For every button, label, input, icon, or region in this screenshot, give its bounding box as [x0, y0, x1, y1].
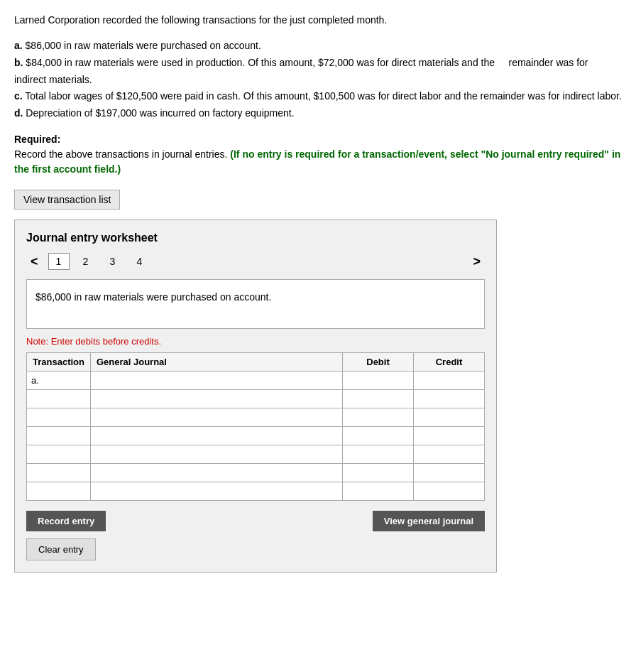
row-1-debit[interactable]: [343, 371, 414, 389]
row-6-credit-input[interactable]: [418, 467, 480, 478]
worksheet-title: Journal entry worksheet: [26, 232, 485, 244]
required-section: Required: Record the above transactions …: [14, 132, 622, 177]
required-text: Required: Record the above transactions …: [14, 132, 622, 177]
row-7-gj-input[interactable]: [95, 486, 338, 497]
prev-arrow[interactable]: <: [26, 253, 43, 271]
buttons-row: Record entry View general journal: [26, 511, 485, 531]
journal-table: Transaction General Journal Debit Credit…: [26, 352, 485, 501]
view-general-journal-button[interactable]: View general journal: [373, 511, 485, 531]
row-2-debit-input[interactable]: [347, 394, 409, 404]
row-7-debit[interactable]: [343, 482, 414, 500]
row-7-transaction: [27, 482, 91, 500]
row-5-debit[interactable]: [343, 445, 414, 463]
row-3-transaction: [27, 408, 91, 426]
row-2-debit[interactable]: [343, 389, 414, 408]
note-text: Note: Enter debits before credits.: [26, 336, 485, 347]
table-row: [27, 426, 485, 445]
row-5-credit[interactable]: [414, 445, 485, 463]
col-credit: Credit: [414, 352, 485, 371]
nav-row: < 1 2 3 4 >: [26, 253, 485, 271]
transaction-d: d. Depreciation of $197,000 was incurred…: [14, 105, 622, 122]
transaction-description: $86,000 in raw materials were purchased …: [26, 279, 485, 329]
row-6-debit-input[interactable]: [347, 467, 409, 478]
row-5-credit-input[interactable]: [418, 449, 480, 460]
row-3-credit-input[interactable]: [418, 412, 480, 423]
bottom-row: Clear entry: [26, 538, 485, 560]
row-5-general-journal[interactable]: [90, 445, 342, 463]
row-5-gj-input[interactable]: [95, 449, 338, 460]
row-3-debit[interactable]: [343, 408, 414, 426]
table-row: [27, 389, 485, 408]
transaction-b: b. $84,000 in raw materials were used in…: [14, 55, 622, 89]
row-5-transaction: [27, 445, 91, 463]
row-7-credit[interactable]: [414, 482, 485, 500]
row-7-debit-input[interactable]: [347, 486, 409, 497]
tab-3[interactable]: 3: [102, 254, 124, 269]
row-1-credit-input[interactable]: [418, 375, 480, 386]
table-row: [27, 408, 485, 426]
row-1-gj-input[interactable]: [95, 375, 338, 386]
required-body: Record the above transactions in journal…: [14, 148, 230, 160]
transactions-list: a. $86,000 in raw materials were purchas…: [14, 38, 622, 122]
row-2-gj-input[interactable]: [95, 394, 338, 404]
row-2-credit-input[interactable]: [418, 394, 480, 404]
row-4-transaction: [27, 426, 91, 445]
view-transaction-list-button[interactable]: View transaction list: [14, 190, 120, 210]
row-3-credit[interactable]: [414, 408, 485, 426]
row-6-transaction: [27, 463, 91, 482]
row-1-credit[interactable]: [414, 371, 485, 389]
row-6-debit[interactable]: [343, 463, 414, 482]
row-6-credit[interactable]: [414, 463, 485, 482]
row-2-credit[interactable]: [414, 389, 485, 408]
row-4-general-journal[interactable]: [90, 426, 342, 445]
row-7-credit-input[interactable]: [418, 486, 480, 497]
row-5-debit-input[interactable]: [347, 449, 409, 460]
row-6-gj-input[interactable]: [95, 467, 338, 478]
table-row: [27, 463, 485, 482]
intro-text: Larned Corporation recorded the followin…: [14, 13, 622, 28]
row-7-general-journal[interactable]: [90, 482, 342, 500]
row-4-debit-input[interactable]: [347, 430, 409, 441]
row-3-gj-input[interactable]: [95, 412, 338, 423]
col-debit: Debit: [343, 352, 414, 371]
row-3-general-journal[interactable]: [90, 408, 342, 426]
transaction-c: c. Total labor wages of $120,500 were pa…: [14, 88, 622, 105]
next-arrow[interactable]: >: [468, 253, 485, 271]
transaction-a: a. $86,000 in raw materials were purchas…: [14, 38, 622, 55]
tab-2[interactable]: 2: [75, 254, 97, 269]
row-3-debit-input[interactable]: [347, 412, 409, 423]
row-4-gj-input[interactable]: [95, 430, 338, 441]
table-row: [27, 445, 485, 463]
row-4-credit-input[interactable]: [418, 430, 480, 441]
row-4-debit[interactable]: [343, 426, 414, 445]
tab-1[interactable]: 1: [48, 253, 70, 270]
row-2-transaction: [27, 389, 91, 408]
worksheet-container: Journal entry worksheet < 1 2 3 4 > $86,…: [14, 220, 497, 573]
tab-4[interactable]: 4: [129, 254, 150, 269]
required-label: Required:: [14, 134, 60, 145]
row-4-credit[interactable]: [414, 426, 485, 445]
col-transaction: Transaction: [27, 352, 91, 371]
col-general-journal: General Journal: [90, 352, 342, 371]
row-2-general-journal[interactable]: [90, 389, 342, 408]
row-6-general-journal[interactable]: [90, 463, 342, 482]
table-row: a.: [27, 371, 485, 389]
table-row: [27, 482, 485, 500]
row-1-general-journal[interactable]: [90, 371, 342, 389]
clear-entry-button[interactable]: Clear entry: [26, 538, 96, 560]
row-1-debit-input[interactable]: [347, 375, 409, 386]
record-entry-button[interactable]: Record entry: [26, 511, 106, 531]
row-1-transaction: a.: [27, 371, 91, 389]
